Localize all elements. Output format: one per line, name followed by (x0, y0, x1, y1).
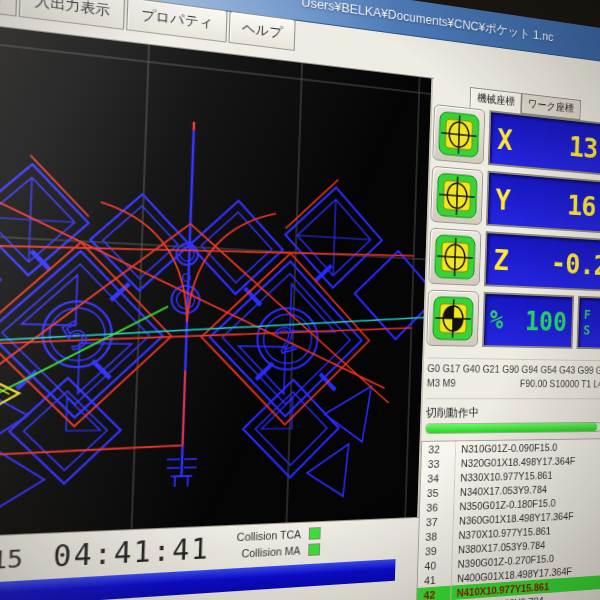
machine-status-message: 切削動作中 (426, 398, 600, 421)
tool-position-button[interactable] (426, 290, 479, 347)
axis-value-y: 16. (567, 188, 600, 224)
line-number: 32 (422, 443, 456, 455)
modal-gcode-line: G0 G17 G40 G21 G90 G94 G54 G43 G99 G61.1… (427, 357, 600, 375)
override-display: % 100 (482, 292, 574, 349)
line-number: 37 (419, 515, 453, 528)
cnc-app-window: Users¥BELKA¥Documents¥CNC¥ポケット 1.nc 座標設定… (0, 0, 600, 600)
line-number: 33 (421, 457, 455, 469)
photo-frame: Users¥BELKA¥Documents¥CNC¥ポケット 1.nc 座標設定… (0, 0, 600, 600)
line-number: 35 (420, 486, 454, 499)
axis-label-x: X (490, 121, 513, 156)
menu-tab-coord-settings[interactable]: 座標設定 (0, 0, 18, 17)
collision-ma-led (308, 543, 320, 556)
part-outline-right (174, 176, 431, 502)
axis-value-z: -0.2 (550, 246, 600, 282)
collision-ma-label: Collision MA (241, 544, 300, 559)
axis-row-y: Y 16. (430, 166, 600, 234)
feed-spindle-display: F S10 (576, 296, 600, 350)
line-number: 42 (417, 587, 451, 600)
axis-label-y: Y (488, 182, 511, 217)
axis-value-x: 13. (568, 129, 600, 166)
axis-zero-button-x[interactable] (432, 104, 485, 165)
program-progress-bar (425, 422, 600, 434)
progress-fill (426, 423, 597, 433)
tool-position-icon (431, 295, 475, 342)
feed-label: F (584, 307, 591, 323)
line-number: 40 (418, 558, 452, 572)
axis-row-z: Z -0.2 (428, 228, 600, 292)
feed-spindle-status: F90.00 S10000 T1 L42 (520, 378, 600, 390)
line-number: 38 (419, 529, 453, 542)
line-number: 41 (418, 573, 452, 587)
crosshair-icon (433, 233, 477, 281)
toolpath-viewport[interactable]: 5 2 (0, 23, 433, 537)
menu-tab-io-display[interactable]: 入出力表示 (19, 0, 125, 30)
line-number: 36 (420, 500, 454, 513)
active-mcodes: M3 M9 (427, 377, 456, 389)
axis-display-y: Y 16. (486, 171, 600, 234)
window-title: Users¥BELKA¥Documents¥CNC¥ポケット 1.nc (301, 0, 554, 46)
grid-lines (0, 23, 431, 537)
axis-display-z: Z -0.2 (484, 231, 600, 291)
status-left-number: 15 (0, 545, 24, 575)
toolpath-canvas: 5 2 (0, 23, 431, 537)
gcode-program-list: 32N310G01Z-0.090F15.0 33N320G01X18.498Y1… (416, 438, 600, 600)
collision-indicators: Collision TCA Collision MA (208, 525, 321, 564)
line-number: 39 (418, 544, 452, 557)
mcode-feed-line: M3 M9 F90.00 S10000 T1 L42 (427, 377, 600, 389)
collision-tca-label: Collision TCA (237, 528, 302, 543)
spindle-label: S (583, 322, 590, 338)
axis-label-z: Z (486, 242, 509, 276)
axis-readouts: X 13. Y (426, 104, 600, 355)
collision-tca-led (309, 527, 321, 540)
override-percent-sign: % (484, 305, 503, 334)
override-row: % 100 F S10 (426, 290, 600, 350)
crosshair-icon (437, 109, 481, 159)
axis-zero-button-z[interactable] (428, 228, 481, 286)
part-number-right: 2 (272, 319, 302, 361)
line-number: 34 (421, 472, 455, 485)
axis-zero-button-y[interactable] (430, 166, 483, 225)
coordinate-panel: 機械座標 ワーク座標 X 13. (413, 79, 600, 600)
clock: 04:41:41 (53, 533, 211, 573)
active-move (0, 300, 168, 417)
gcode-text: N310G01Z-0.090F15.0 (456, 440, 600, 454)
override-value: 100 (525, 305, 573, 337)
axis-display-x: X 13. (488, 110, 600, 176)
crosshair-icon (435, 171, 479, 220)
